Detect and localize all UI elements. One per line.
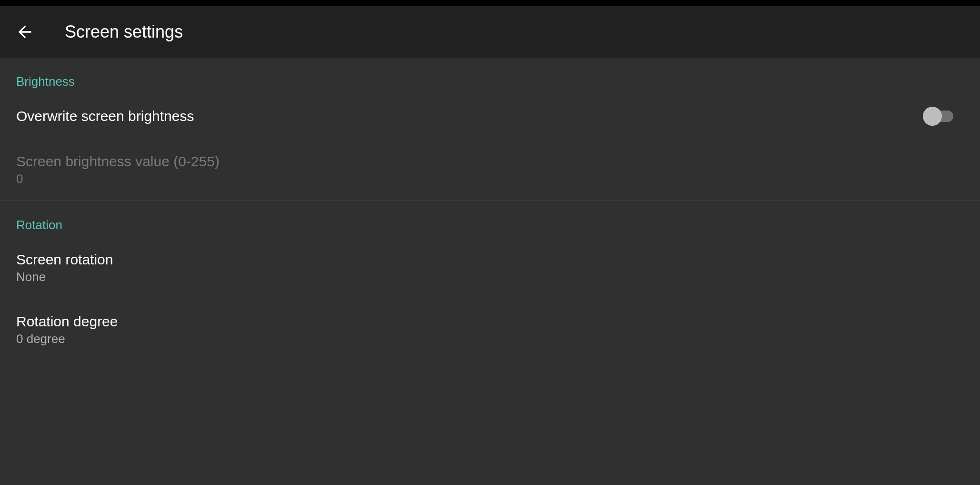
arrow-left-icon [15,22,34,41]
content-area: Brightness Overwrite screen brightness S… [0,58,980,485]
toggle-overwrite-brightness[interactable] [923,110,955,123]
setting-label: Rotation degree [16,313,118,330]
app-header: Screen settings [0,6,980,58]
setting-label: Screen brightness value (0-255) [16,153,220,170]
setting-value: 0 [16,172,220,186]
toggle-thumb [923,107,942,126]
setting-value: 0 degree [16,332,118,346]
setting-overwrite-brightness[interactable]: Overwrite screen brightness [0,94,980,139]
section-header-brightness: Brightness [0,58,980,94]
setting-screen-rotation[interactable]: Screen rotation None [0,237,980,299]
setting-rotation-degree[interactable]: Rotation degree 0 degree [0,299,980,361]
setting-value: None [16,270,113,284]
back-button[interactable] [13,20,36,43]
page-title: Screen settings [65,22,183,42]
status-bar [0,0,980,6]
section-header-rotation: Rotation [0,201,980,237]
setting-label: Screen rotation [16,252,113,268]
setting-brightness-value: Screen brightness value (0-255) 0 [0,139,980,201]
setting-label: Overwrite screen brightness [16,108,194,124]
